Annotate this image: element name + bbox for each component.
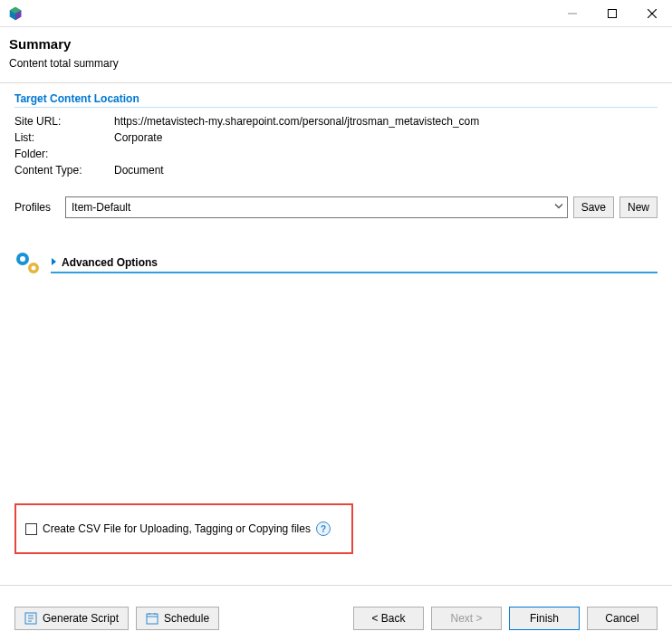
page-header: Summary Content total summary	[0, 27, 672, 75]
label-content-type: Content Type:	[14, 164, 114, 177]
section-title: Target Content Location	[14, 92, 658, 108]
svg-rect-12	[147, 614, 158, 624]
advanced-options-toggle[interactable]: Advanced Options	[51, 256, 658, 273]
row-folder: Folder:	[14, 148, 658, 160]
profiles-selected: Item-Default	[72, 201, 130, 214]
finish-button[interactable]: Finish	[509, 607, 580, 630]
finish-label: Finish	[530, 612, 559, 625]
svg-rect-1	[609, 9, 617, 17]
generate-script-button[interactable]: Generate Script	[14, 607, 129, 630]
create-csv-checkbox[interactable]	[25, 523, 37, 535]
svg-point-5	[20, 256, 25, 262]
profiles-select[interactable]: Item-Default	[65, 196, 568, 218]
titlebar	[0, 0, 672, 27]
gears-icon	[14, 251, 42, 278]
new-label: New	[628, 201, 649, 214]
advanced-options-row: Advanced Options	[0, 251, 672, 278]
back-button[interactable]: < Back	[353, 607, 424, 630]
calendar-icon	[146, 612, 158, 625]
schedule-label: Schedule	[164, 612, 209, 625]
target-content-section: Target Content Location Site URL: https:…	[0, 83, 672, 177]
create-csv-label: Create CSV File for Uploading, Tagging o…	[43, 522, 311, 535]
help-icon[interactable]: ?	[316, 521, 331, 536]
cancel-button[interactable]: Cancel	[587, 607, 658, 630]
label-folder: Folder:	[14, 148, 114, 160]
wizard-footer: Generate Script Schedule < Back Next > F…	[0, 607, 672, 630]
row-site-url: Site URL: https://metavistech-my.sharepo…	[14, 115, 658, 128]
profiles-row: Profiles Item-Default Save New	[0, 196, 672, 218]
page-title: Summary	[9, 36, 663, 52]
minimize-button[interactable]	[552, 0, 592, 27]
maximize-button[interactable]	[592, 0, 632, 27]
value-content-type: Document	[114, 164, 658, 177]
footer-divider	[0, 585, 672, 586]
app-logo-icon	[7, 5, 24, 22]
profiles-label: Profiles	[14, 201, 60, 214]
schedule-button[interactable]: Schedule	[136, 607, 219, 630]
label-site-url: Site URL:	[14, 115, 114, 128]
advanced-options-label: Advanced Options	[62, 256, 158, 269]
page-subtitle: Content total summary	[9, 57, 663, 70]
caret-right-icon	[51, 256, 58, 269]
row-content-type: Content Type: Document	[14, 164, 658, 177]
cancel-label: Cancel	[605, 612, 638, 625]
generate-script-label: Generate Script	[43, 612, 119, 625]
script-icon	[24, 612, 37, 625]
value-site-url: https://metavistech-my.sharepoint.com/pe…	[114, 115, 658, 128]
new-profile-button[interactable]: New	[619, 196, 658, 218]
save-label: Save	[581, 201, 606, 214]
back-label: < Back	[371, 612, 405, 625]
value-folder	[114, 148, 658, 160]
row-list: List: Corporate	[14, 131, 658, 144]
chevron-down-icon	[553, 201, 564, 215]
label-list: List:	[14, 131, 114, 144]
save-profile-button[interactable]: Save	[573, 196, 614, 218]
value-list: Corporate	[114, 131, 658, 144]
next-label: Next >	[450, 612, 482, 625]
next-button: Next >	[431, 607, 502, 630]
csv-option-highlight: Create CSV File for Uploading, Tagging o…	[14, 503, 353, 554]
close-button[interactable]	[632, 0, 672, 27]
svg-point-7	[32, 266, 36, 271]
